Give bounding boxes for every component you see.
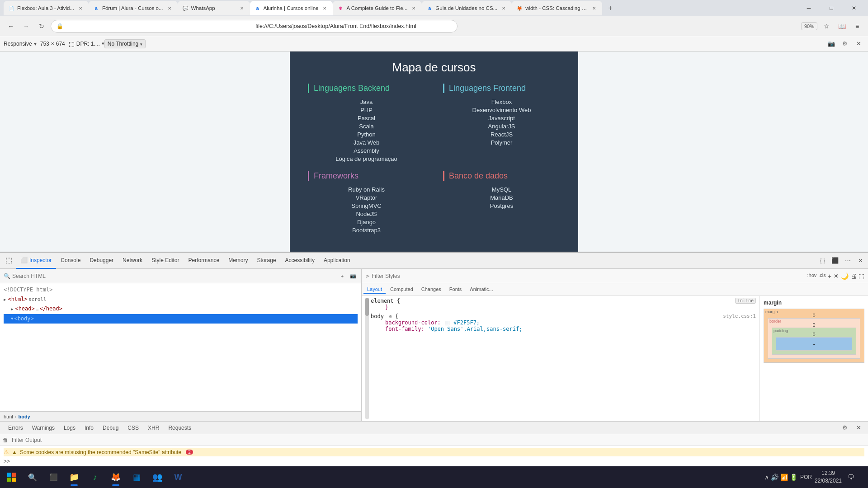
browser-menu-icon[interactable]: ≡ xyxy=(851,20,863,33)
tab-alura-forum[interactable]: a Fórum | Alura - Cursos o... ✕ xyxy=(89,1,178,15)
viewport-width[interactable]: 753 xyxy=(40,41,49,47)
search-button[interactable]: 🔍 xyxy=(23,467,42,487)
tab-memory[interactable]: Memory xyxy=(224,253,252,269)
tab-application[interactable]: Application xyxy=(319,253,355,269)
tab-units-guide[interactable]: a Guia de Unidades no CS... ✕ xyxy=(422,1,512,15)
show-desktop-button[interactable] xyxy=(860,467,863,487)
breadcrumb-html[interactable]: html xyxy=(4,414,13,419)
tab-close-6[interactable]: ✕ xyxy=(500,5,507,12)
spotify-button[interactable]: ♪ xyxy=(85,467,105,487)
throttle-select[interactable]: No Throttling ▾ xyxy=(104,39,146,48)
taskbar-clock[interactable]: 12:39 22/08/2021 xyxy=(815,469,842,485)
notification-button[interactable]: 🗨 xyxy=(844,471,857,483)
tray-arrow-icon[interactable]: ∧ xyxy=(764,474,769,481)
tab-alurinha[interactable]: a Alurinha | Cursos online ✕ xyxy=(250,1,333,15)
start-button[interactable] xyxy=(2,467,22,487)
tab-fonts[interactable]: Fonts xyxy=(446,286,466,294)
styles-filter-input[interactable] xyxy=(372,273,806,279)
light-mode-icon[interactable]: ☀ xyxy=(833,272,839,280)
tab-close-7[interactable]: ✕ xyxy=(590,5,598,12)
network-icon[interactable]: 📶 xyxy=(780,474,788,481)
tab-network[interactable]: Network xyxy=(118,253,147,269)
vscode-button[interactable]: ▦ xyxy=(127,467,146,487)
expand-body-arrow[interactable]: ▼ xyxy=(11,315,13,322)
console-tab-info[interactable]: Info xyxy=(80,422,98,434)
responsive-dropdown-arrow[interactable]: ▾ xyxy=(34,41,37,47)
forward-button[interactable]: → xyxy=(20,20,33,33)
console-tab-errors[interactable]: Errors xyxy=(4,422,28,434)
new-tab-button[interactable]: + xyxy=(604,2,617,14)
tab-close-3[interactable]: ✕ xyxy=(238,5,245,12)
word-button[interactable]: W xyxy=(168,467,188,487)
task-view-button[interactable]: ⬛ xyxy=(43,467,63,487)
screenshot-icon[interactable]: 📷 xyxy=(826,38,837,50)
tab-flexbox-guide[interactable]: ✱ A Complete Guide to Fle... ✕ xyxy=(333,1,422,15)
styles-scrollbar[interactable] xyxy=(365,298,369,419)
teams-button[interactable]: 👥 xyxy=(147,467,167,487)
console-tab-css[interactable]: CSS xyxy=(123,422,143,434)
tab-flexbox[interactable]: 📄 Flexbox: Aula 3 - Ativid... ✕ xyxy=(4,1,89,15)
devtools-dock-icon[interactable]: ⬛ xyxy=(829,255,841,267)
settings-icon-devtools[interactable]: ⚙ xyxy=(839,38,851,50)
tab-computed[interactable]: Computed xyxy=(387,286,417,294)
zoom-level[interactable]: 90% xyxy=(801,22,817,30)
tab-layout[interactable]: Layout xyxy=(363,286,386,294)
minimize-button[interactable]: ─ xyxy=(798,1,819,15)
address-input[interactable]: 🔒 file:///C:/Users/joaos/Desktop/Alura/F… xyxy=(51,20,458,33)
print-styles-icon[interactable]: 🖨 xyxy=(850,272,857,280)
console-trash-icon[interactable]: 🗑 xyxy=(3,437,8,443)
pseudo-cls-button[interactable]: .cls xyxy=(818,272,826,280)
pseudo-hov-button[interactable]: :hov xyxy=(807,272,817,280)
console-prompt[interactable]: >> xyxy=(4,456,864,465)
dark-mode-icon[interactable]: 🌙 xyxy=(841,272,849,280)
screenshot-node-icon[interactable]: 📷 xyxy=(349,272,358,281)
console-settings-icon[interactable]: ⚙ xyxy=(839,422,851,434)
screen-orientation-icon[interactable]: ⬚ xyxy=(69,40,75,47)
tab-performance[interactable]: Performance xyxy=(184,253,224,269)
tab-close-5[interactable]: ✕ xyxy=(410,5,417,12)
color-swatch[interactable] xyxy=(445,321,449,325)
console-tab-debug[interactable]: Debug xyxy=(98,422,123,434)
tab-close-2[interactable]: ✕ xyxy=(166,5,173,12)
refresh-button[interactable]: ↻ xyxy=(35,20,48,33)
tab-debugger[interactable]: Debugger xyxy=(85,253,118,269)
body-settings-icon[interactable]: ⚙ xyxy=(389,314,392,319)
back-button[interactable]: ← xyxy=(5,20,17,33)
maximize-button[interactable]: □ xyxy=(821,1,842,15)
devtools-close-icon[interactable]: ✕ xyxy=(854,255,866,267)
tab-whatsapp[interactable]: 💬 WhatsApp ✕ xyxy=(178,1,250,15)
html-line-body[interactable]: ▼ <body> xyxy=(4,314,358,324)
firefox-button[interactable]: 🦊 xyxy=(106,467,126,487)
dpr-dropdown-arrow[interactable]: ▾ xyxy=(102,41,104,47)
language-badge[interactable]: POR xyxy=(800,474,812,480)
devtools-more-icon[interactable]: ⋯ xyxy=(842,255,854,267)
devtools-responsive-icon[interactable]: ⬚ xyxy=(816,255,828,267)
console-tab-requests[interactable]: Requests xyxy=(164,422,196,434)
reader-mode-icon[interactable]: 📖 xyxy=(835,20,848,33)
tab-changes[interactable]: Changes xyxy=(418,286,445,294)
devtools-pick-button[interactable]: ⬚ xyxy=(2,253,16,269)
add-style-rule-icon[interactable]: + xyxy=(828,272,831,280)
close-button[interactable]: ✕ xyxy=(844,1,864,15)
battery-icon[interactable]: 🔋 xyxy=(790,474,797,481)
tab-close-4[interactable]: ✕ xyxy=(321,5,328,12)
bookmark-icon[interactable]: ☆ xyxy=(820,20,833,33)
console-tab-logs[interactable]: Logs xyxy=(59,422,80,434)
tab-inspector[interactable]: ⬜ Inspector xyxy=(16,253,56,269)
viewport-height[interactable]: 674 xyxy=(56,41,65,47)
volume-icon[interactable]: 🔊 xyxy=(771,474,778,481)
sidebar-toggle-icon[interactable]: ⬚ xyxy=(859,272,864,280)
expand-head-arrow[interactable]: ▶ xyxy=(11,306,13,312)
explorer-button[interactable]: 📁 xyxy=(64,467,84,487)
breadcrumb-body[interactable]: body xyxy=(18,414,30,419)
console-tab-xhr[interactable]: XHR xyxy=(143,422,164,434)
tab-console[interactable]: Console xyxy=(56,253,85,269)
add-node-icon[interactable]: + xyxy=(338,272,347,281)
tab-storage[interactable]: Storage xyxy=(253,253,281,269)
tab-accessibility[interactable]: Accessibility xyxy=(281,253,319,269)
console-filter-input[interactable] xyxy=(12,437,865,443)
tab-style-editor[interactable]: Style Editor xyxy=(147,253,184,269)
tab-width-css[interactable]: 🦊 width - CSS: Cascading S... ✕ xyxy=(512,1,602,15)
console-close-icon[interactable]: ✕ xyxy=(853,422,864,434)
close-responsive-icon[interactable]: ✕ xyxy=(853,38,864,50)
